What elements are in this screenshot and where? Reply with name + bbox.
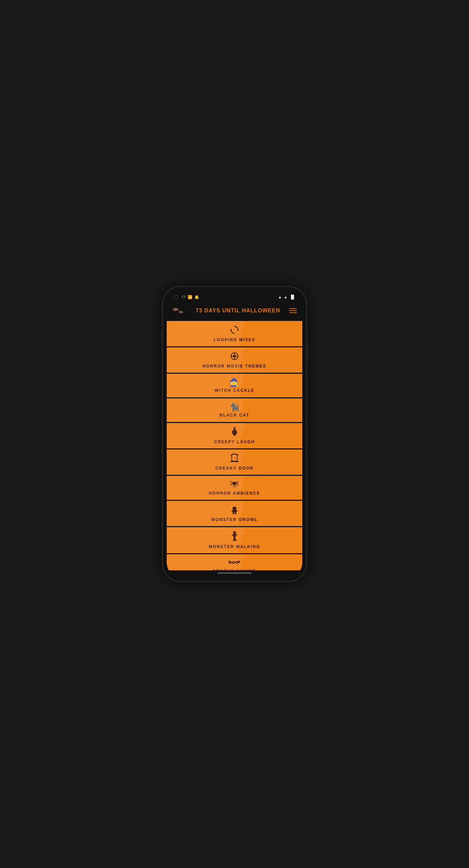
loop-icon [230,325,239,336]
menu-item-horror-ambience[interactable]: HORROR AMBIENCE [167,476,302,501]
spooky-chains-label: SPOOKY CHAINS [213,569,256,571]
menu-item-creepy-laugh[interactable]: CREEPY LAUGH [167,423,302,449]
spider-icon [230,480,239,489]
menu-item-black-cat[interactable]: 🐈‍⬛ BLACK CAT [167,398,302,423]
horror-ambience-label: HORROR AMBIENCE [209,491,260,496]
monster-growl-label: MONSTER GROWL [211,517,257,522]
bats-logo: 🦇 🦇 [172,305,187,316]
witch-icon: 🧙 [229,379,240,387]
menu-item-horror-movie-themes[interactable]: HORROR MOVIE THEMES [167,347,302,374]
svg-marker-2 [238,328,239,331]
svg-line-24 [233,485,234,487]
wifi-icon: ▲ [278,295,282,299]
svg-point-16 [235,458,236,459]
svg-point-34 [233,531,236,534]
svg-point-46 [236,561,238,563]
phone-frame: 🛡 📶 🔔 ▲ ▲ ▐▌ 🦇 🦇 73 DAYS UNTIL HALLOWEEN [163,287,306,581]
svg-rect-37 [236,534,237,535]
svg-line-25 [234,485,236,487]
menu-item-monster-growl[interactable]: MONSTER GROWL [167,501,302,527]
monster-walking-icon [230,531,239,543]
looping-mixes-label: LOOPING MIXES [214,337,255,342]
svg-marker-3 [230,328,231,331]
creaky-door-label: CREAKY DOOR [215,466,254,471]
svg-point-26 [232,507,237,510]
menu-item-witch-cackle[interactable]: 🧙 WITCH CACKLE [167,374,302,398]
menu-item-monster-walking[interactable]: MONSTER WALKING [167,527,302,554]
svg-rect-13 [236,431,237,434]
svg-text:🦇: 🦇 [172,306,179,313]
svg-rect-35 [233,534,236,537]
shield-icon: 🛡 [182,295,186,299]
witch-cackle-label: WITCH CACKLE [215,388,255,393]
svg-text:🦇: 🦇 [178,309,183,314]
menu-item-creaky-door[interactable]: CREAKY DOOR [167,449,302,476]
svg-point-47 [238,561,240,563]
svg-rect-29 [236,510,238,511]
black-cat-label: BLACK CAT [219,413,249,418]
app-header: 🦇 🦇 73 DAYS UNTIL HALLOWEEN [167,302,302,321]
spooky-chains-icon [229,559,240,567]
svg-rect-36 [232,535,233,536]
menu-line-3 [289,312,297,313]
svg-rect-30 [233,512,234,514]
status-right: ▲ ▲ ▐▌ [278,295,295,299]
svg-rect-12 [232,431,233,434]
monster-walking-label: MONSTER WALKING [209,544,260,549]
hamburger-menu-button[interactable] [289,308,297,313]
svg-rect-10 [233,427,236,429]
signal-icon: ▲ [284,295,288,299]
svg-rect-11 [233,429,236,436]
status-left: 🛡 📶 🔔 [174,295,199,299]
svg-rect-28 [231,510,233,511]
sim-icon: 📶 [188,295,192,299]
creepy-laugh-label: CREEPY LAUGH [214,439,255,444]
svg-marker-33 [236,513,237,514]
black-cat-icon: 🐈‍⬛ [229,403,240,411]
creepy-laugh-icon [230,427,239,438]
phone-screen: 🛡 📶 🔔 ▲ ▲ ▐▌ 🦇 🦇 73 DAYS UNTIL HALLOWEEN [167,291,302,577]
svg-rect-14 [232,454,237,461]
ring-icon: 🔔 [194,295,199,299]
creaky-door-icon [230,454,239,464]
status-bar: 🛡 📶 🔔 ▲ ▲ ▐▌ [167,291,302,302]
svg-rect-40 [233,540,235,541]
camera-notch [174,295,178,299]
svg-point-5 [233,355,236,358]
movie-icon [230,351,239,362]
home-indicator [167,570,302,577]
monster-growl-icon [230,505,239,516]
content-area[interactable]: LOOPING MIXES HORROR MOVIE THEMES [167,321,302,570]
menu-item-spooky-chains[interactable]: SPOOKY CHAINS [167,554,302,570]
svg-marker-32 [232,513,233,514]
horror-movie-themes-label: HORROR MOVIE THEMES [203,364,267,369]
svg-rect-15 [230,461,239,462]
svg-rect-41 [234,540,237,541]
menu-line-2 [289,310,297,311]
svg-rect-39 [234,538,236,540]
menu-line-1 [289,308,297,309]
menu-item-looping-mixes[interactable]: LOOPING MIXES [167,321,302,347]
battery-icon: ▐▌ [290,295,295,299]
home-bar [217,572,252,574]
svg-rect-31 [235,512,236,514]
header-title: 73 DAYS UNTIL HALLOWEEN [195,308,280,314]
svg-point-44 [232,561,234,563]
